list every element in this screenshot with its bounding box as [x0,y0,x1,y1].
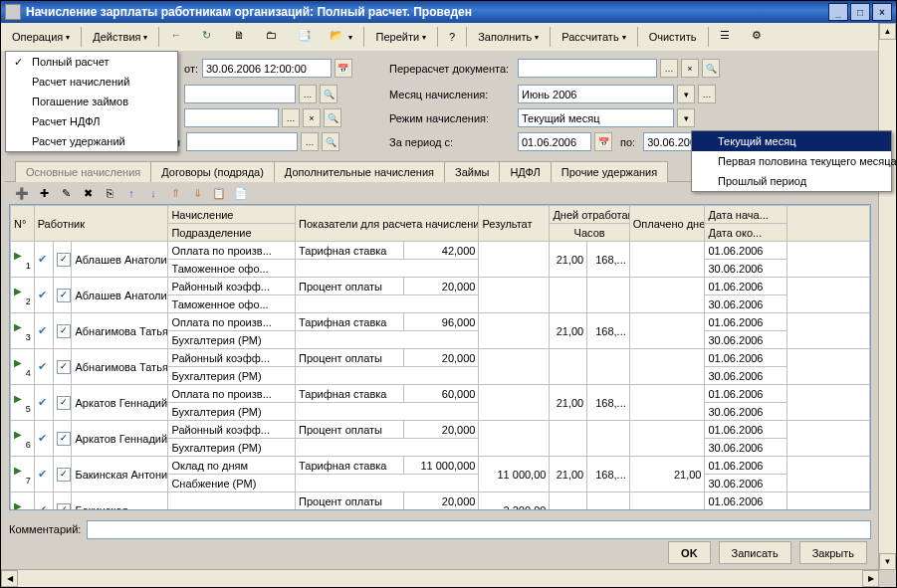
op-deductions[interactable]: Расчет удержаний [6,131,177,151]
actions-menu-button[interactable]: Действия▾ [86,25,154,49]
grid-move-down-icon[interactable]: ↓ [144,184,162,202]
horizontal-scrollbar[interactable]: ◀ ▶ [1,569,879,587]
row-checkbox[interactable]: ✓ [57,289,71,302]
month-drop-icon[interactable]: ▾ [677,85,695,103]
field-2-search-icon[interactable]: 🔍 [320,85,337,103]
calculate-button[interactable]: Рассчитать▾ [555,25,632,49]
tool-icon-1[interactable]: 🗎 [227,25,257,49]
maximize-button[interactable]: □ [850,3,870,21]
table-row[interactable]: ▶2✔✓Аблашев АнатолийРайонный коэфф...Про… [11,278,870,295]
op-loans[interactable]: Погашение займов [6,92,177,111]
col-subdiv[interactable]: Подразделение [168,224,296,242]
goto-button[interactable]: Перейти▾ [368,25,433,49]
col-result[interactable]: Результат [479,206,550,242]
tool-icon-4[interactable]: 📂▾ [323,25,359,49]
grid-add-row-icon[interactable]: ➕ [13,184,31,202]
recalc-field[interactable] [518,59,657,78]
row-checkbox[interactable]: ✓ [57,503,71,510]
col-paid[interactable]: Оплачено дней/часов [629,206,705,242]
row-checkbox[interactable]: ✓ [57,396,71,410]
grid-delete-icon[interactable]: ✖ [79,184,97,202]
op-full-calc[interactable]: Полный расчет [6,52,177,72]
operation-menu-button[interactable]: Операция▾ [5,25,77,49]
field-3-lookup-icon[interactable]: … [282,108,300,127]
grid-sort-asc-icon[interactable]: ⇑ [166,184,184,202]
write-button[interactable]: Записать [719,541,791,564]
col-worker[interactable]: Работник [34,206,168,242]
tool-icon-5[interactable]: ☰ [713,25,743,49]
close-window-button[interactable]: × [872,3,892,21]
scroll-up-icon[interactable]: ▲ [879,23,896,40]
field-2-lookup-icon[interactable]: … [299,85,317,103]
month-field[interactable]: Июнь 2006 [518,85,674,103]
tab-ndfl[interactable]: НДФЛ [499,161,551,182]
tab-loans[interactable]: Займы [444,161,500,182]
back-button[interactable]: ← [163,25,193,49]
recalc-search-icon[interactable]: 🔍 [702,59,720,78]
close-button[interactable]: Закрыть [799,541,867,564]
field-3-clear-icon[interactable]: × [303,108,321,127]
grid-edit-icon[interactable]: ✎ [57,184,75,202]
table-row[interactable]: ▶8✔✓БакинскаяПроцент оплаты20,0002 200,0… [11,492,870,510]
op-ndfl[interactable]: Расчет НДФЛ [6,111,177,131]
scroll-down-icon[interactable]: ▼ [879,553,896,570]
field-4-search-icon[interactable]: 🔍 [322,132,339,151]
table-row[interactable]: ▶5✔✓Аркатов ГеннадийОплата по произв...Т… [11,385,870,403]
refresh-button[interactable]: ↻ [195,25,225,49]
col-date-start[interactable]: Дата нача... [705,206,787,224]
mode-drop-icon[interactable]: ▾ [677,108,695,127]
table-row[interactable]: ▶3✔✓Абнагимова ТатьянаОплата по произв..… [11,313,870,331]
tab-other[interactable]: Прочие удержания [551,161,668,182]
tab-main[interactable]: Основные начисления [15,161,151,182]
grid-copy-icon[interactable]: ⎘ [101,184,118,202]
field-3-search-icon[interactable]: 🔍 [324,108,341,127]
grid-sort-desc-icon[interactable]: ⇓ [188,184,206,202]
table-row[interactable]: ▶1✔✓Аблашев АнатолийОплата по произв...Т… [11,242,870,260]
minimize-button[interactable]: _ [828,3,848,21]
help-button[interactable]: ? [442,25,462,49]
fill-button[interactable]: Заполнить▾ [471,25,546,49]
scroll-left-icon[interactable]: ◀ [1,570,18,587]
table-row[interactable]: ▶6✔✓Аркатов ГеннадийРайонный коэфф...Про… [11,421,870,439]
period-from-field[interactable]: 01.06.2006 [518,132,591,151]
field-2[interactable] [184,85,296,103]
clear-button[interactable]: Очистить [642,25,704,49]
col-accrual[interactable]: Начисление [168,206,296,224]
field-4[interactable] [186,132,298,151]
row-checkbox[interactable]: ✓ [57,253,71,267]
recalc-clear-icon[interactable]: × [681,59,699,78]
col-hours[interactable]: Часов [550,224,629,242]
recalc-lookup-icon[interactable]: … [660,59,678,78]
month-lookup-icon[interactable]: … [698,85,716,103]
mode-field[interactable]: Текущий месяц [518,108,674,127]
grid-move-up-icon[interactable]: ↑ [122,184,140,202]
row-checkbox[interactable]: ✓ [57,324,71,338]
tool-icon-6[interactable]: ⚙ [745,25,775,49]
table-row[interactable]: ▶7✔✓Бакинская АнтонинаОклад по днямТариф… [11,457,870,475]
col-indicators[interactable]: Показатели для расчета начисления [296,206,479,242]
mode-past[interactable]: Прошлый период [692,171,891,191]
op-accruals[interactable]: Расчет начислений [6,72,177,92]
tool-icon-3[interactable]: 📑 [291,25,321,49]
ok-button[interactable]: OK [668,541,711,564]
row-checkbox[interactable]: ✓ [57,468,71,482]
tab-extra[interactable]: Дополнительные начисления [274,161,445,182]
table-row[interactable]: ▶4✔✓Абнагимова ТатьянаРайонный коэфф...П… [11,349,870,367]
field-3[interactable] [184,108,279,127]
mode-first-half[interactable]: Первая половина текущего месяца [692,151,891,171]
col-no[interactable]: N° [11,206,35,242]
grid-list-icon[interactable]: 📋 [210,184,228,202]
scroll-right-icon[interactable]: ▶ [862,570,879,587]
date-from-field[interactable]: 30.06.2006 12:00:00 [202,59,332,78]
period-from-calendar-icon[interactable]: 📅 [594,132,612,151]
col-date-end[interactable]: Дата око... [705,224,787,242]
date-from-calendar-icon[interactable]: 📅 [335,59,352,78]
tool-icon-2[interactable]: 🗀 [259,25,289,49]
field-4-lookup-icon[interactable]: … [301,132,319,151]
grid-page-icon[interactable]: 📄 [232,184,250,202]
mode-current[interactable]: Текущий месяц [692,131,891,151]
row-checkbox[interactable]: ✓ [57,432,71,446]
row-checkbox[interactable]: ✓ [57,360,71,374]
grid-add-copy-icon[interactable]: ✚ [35,184,53,202]
vertical-scrollbar[interactable]: ▲ ▼ [878,23,896,570]
